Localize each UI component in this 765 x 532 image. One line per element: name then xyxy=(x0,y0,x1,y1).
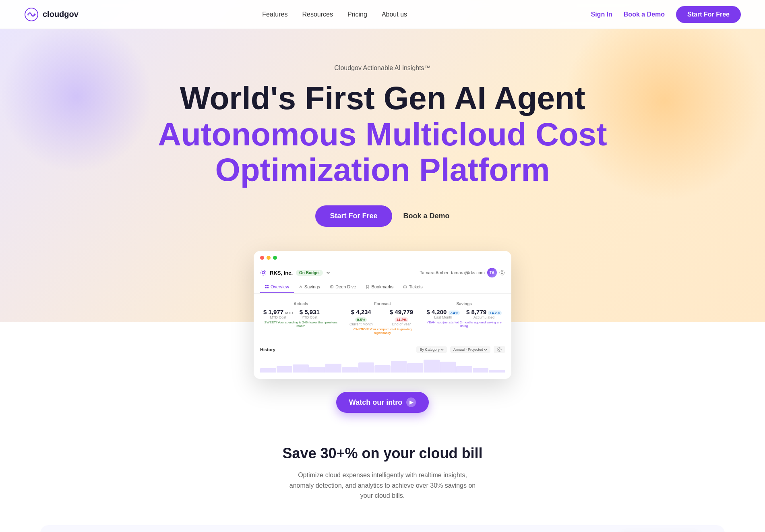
forecast-group: Forecast $ 4,234 0.5% Current Month $ 49… xyxy=(342,298,424,338)
actuals-note: SWEET! Your spending is 24% lower than p… xyxy=(263,321,339,328)
nav-pricing[interactable]: Pricing xyxy=(347,11,367,18)
forecast-year-badge: 14.2% xyxy=(395,317,408,322)
svg-point-17 xyxy=(497,348,501,352)
user-name: Tamara Amber xyxy=(420,270,449,275)
forecast-note: CAUTION! Your compute cost is growing si… xyxy=(345,327,420,335)
savings-lm-value: $ 4,200 7.4% xyxy=(426,308,460,315)
chart-bar xyxy=(424,360,440,373)
maximize-dot xyxy=(273,256,277,260)
hero-book-demo-button[interactable]: Book a Demo xyxy=(403,212,450,220)
tab-overview[interactable]: Overview xyxy=(260,281,294,293)
actuals-label: Actuals xyxy=(263,302,339,306)
nav-links: Features Resources Pricing About us xyxy=(262,11,407,18)
svg-rect-10 xyxy=(267,287,269,288)
svg-point-3 xyxy=(262,271,265,274)
forecast-month: $ 4,234 0.5% Current Month xyxy=(345,308,377,326)
watch-intro-section: Watch our intro ▶ xyxy=(0,392,765,413)
by-category-btn[interactable]: By Category xyxy=(416,346,447,353)
tab-deep-dive[interactable]: Deep Dive xyxy=(325,281,361,293)
forecast-month-badge: 0.5% xyxy=(355,317,367,322)
savings-acc-value: $ 8,779 14.2% xyxy=(466,308,502,315)
deep-dive-icon xyxy=(330,285,334,289)
logo[interactable]: cloudgov xyxy=(24,7,79,22)
actuals-ytd-value: $ 5,931 xyxy=(300,308,320,315)
history-section: History By Category Annual - Projected xyxy=(254,343,511,355)
chart-bar xyxy=(260,368,276,373)
svg-point-1 xyxy=(27,13,29,15)
svg-rect-13 xyxy=(403,286,407,288)
actuals-mtd: $ 1,977 MTD MTD Cost xyxy=(263,308,293,319)
chart-bar xyxy=(325,364,341,373)
dashboard-header: RKS, Inc. On Budget Tamara Amber tamara@… xyxy=(254,265,511,281)
dashboard-metrics: Actuals $ 1,977 MTD MTD Cost $ 5,931 YTD… xyxy=(254,294,511,343)
svg-point-5 xyxy=(501,272,503,274)
hero-buttons: Start For Free Book a Demo xyxy=(315,205,449,227)
actuals-ytd: $ 5,931 YTD Cost xyxy=(300,308,320,319)
save-section: Save 30+% on your cloud bill Optimize cl… xyxy=(0,413,765,525)
nav-resources[interactable]: Resources xyxy=(302,11,333,18)
company-name: RKS, Inc. xyxy=(270,270,293,276)
navbar: cloudgov Features Resources Pricing Abou… xyxy=(0,0,765,29)
svg-point-2 xyxy=(34,13,36,15)
chart-bar xyxy=(374,365,391,373)
chart-bar xyxy=(440,362,456,373)
savings-group: Savings $ 4,200 7.4% Last Month $ 8,779 … xyxy=(423,298,505,338)
nav-features[interactable]: Features xyxy=(262,11,287,18)
save-description: Optimize cloud expenses intelligently wi… xyxy=(286,470,479,501)
gear-icon-small xyxy=(497,347,502,352)
tab-savings[interactable]: Savings xyxy=(294,281,325,293)
savings-lm-badge: 7.4% xyxy=(449,311,460,315)
chart-bar xyxy=(456,366,472,373)
play-icon: ▶ xyxy=(406,397,416,407)
savings-icon xyxy=(299,285,303,289)
hero-title: World's First Gen AI Agent Autonomous Mu… xyxy=(158,81,607,188)
savings-acc-badge: 14.2% xyxy=(488,311,502,315)
ticket-icon xyxy=(403,285,407,289)
forecast-label: Forecast xyxy=(345,302,420,306)
user-info: Tamara Amber tamara@rks.com TA xyxy=(420,268,505,277)
hero-start-free-button[interactable]: Start For Free xyxy=(315,205,392,227)
svg-rect-8 xyxy=(267,285,269,286)
bookmark-icon xyxy=(366,285,370,289)
actuals-values: $ 1,977 MTD MTD Cost $ 5,931 YTD Cost xyxy=(263,308,339,319)
forecast-year-label: End of Year xyxy=(383,322,420,326)
savings-last-month: $ 4,200 7.4% Last Month xyxy=(426,308,460,319)
dashboard-card: RKS, Inc. On Budget Tamara Amber tamara@… xyxy=(254,251,511,379)
savings-label: Savings xyxy=(426,302,502,306)
chart-bar xyxy=(489,370,505,373)
watch-intro-button[interactable]: Watch our intro ▶ xyxy=(336,392,429,413)
hero-title-line2: Autonomous Multicloud Cost Optimization … xyxy=(158,117,607,188)
actuals-ytd-label: YTD Cost xyxy=(300,315,320,319)
history-label: History xyxy=(260,347,275,352)
chart-bar xyxy=(293,364,309,373)
gear-icon xyxy=(499,270,505,275)
close-dot xyxy=(260,256,264,260)
sign-in-link[interactable]: Sign In xyxy=(591,11,612,18)
user-email: tamara@rks.com xyxy=(451,270,485,275)
annual-projected-btn[interactable]: Annual - Projected xyxy=(450,346,490,353)
book-demo-link[interactable]: Book a Demo xyxy=(624,11,665,18)
tab-bookmarks[interactable]: Bookmarks xyxy=(361,281,398,293)
chart-bar xyxy=(277,366,293,373)
dashboard-preview: RKS, Inc. On Budget Tamara Amber tamara@… xyxy=(254,251,511,379)
chart-bar xyxy=(473,368,489,373)
chart-bar xyxy=(342,367,358,373)
start-free-button[interactable]: Start For Free xyxy=(676,6,741,23)
chart-area xyxy=(254,355,511,379)
actuals-group: Actuals $ 1,977 MTD MTD Cost $ 5,931 YTD… xyxy=(260,298,342,338)
chevron-icon xyxy=(326,271,330,275)
savings-accumulated: $ 8,779 14.2% Accumulated xyxy=(466,308,502,319)
hero-title-line1: World's First Gen AI Agent xyxy=(158,81,607,115)
dropdown-icon-2 xyxy=(484,348,487,351)
dashboard-tabs: Overview Savings Deep Dive Bookmarks Tic… xyxy=(254,281,511,294)
chart-bar xyxy=(309,367,325,373)
company-info: RKS, Inc. On Budget xyxy=(260,269,330,276)
logo-icon xyxy=(24,7,39,22)
settings-btn[interactable] xyxy=(494,346,505,353)
nav-about[interactable]: About us xyxy=(382,11,407,18)
svg-rect-9 xyxy=(265,287,267,288)
savings-acc-label: Accumulated xyxy=(466,315,502,319)
tab-tickets[interactable]: Tickets xyxy=(398,281,427,293)
minimize-dot xyxy=(267,256,271,260)
forecast-year-value: $ 49,779 14.2% xyxy=(383,308,420,322)
